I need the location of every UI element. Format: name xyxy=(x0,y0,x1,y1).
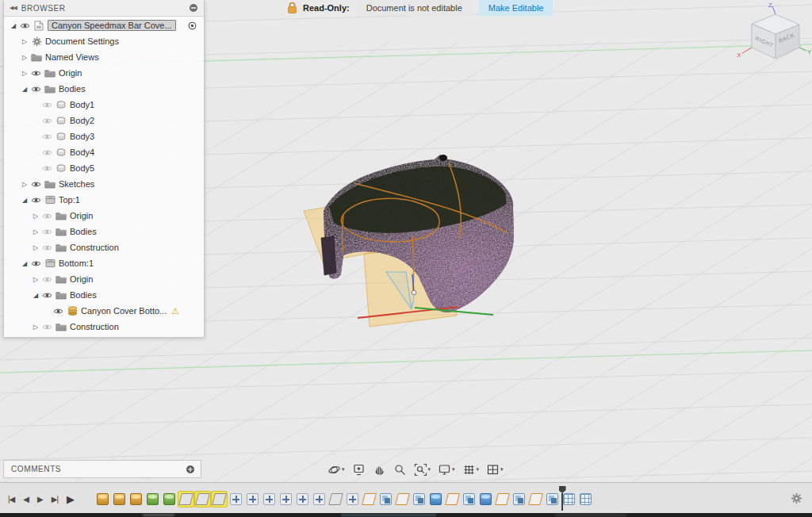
fit-button[interactable]: ▾ xyxy=(412,462,434,477)
disclosure-triangle-icon[interactable]: ◢ xyxy=(31,292,40,299)
browser-row-canyon-cover-botto[interactable]: Canyon Cover Botto...⚠ xyxy=(4,303,204,319)
timeline-playhead[interactable] xyxy=(558,486,566,513)
go-to-start-button[interactable]: |◀ xyxy=(8,495,14,504)
disclosure-triangle-icon[interactable]: ▷ xyxy=(20,181,29,188)
browser-item-label[interactable]: Body1 xyxy=(70,100,94,109)
visibility-eye-icon[interactable] xyxy=(40,165,54,172)
visibility-eye-icon[interactable] xyxy=(40,292,54,299)
grid-and-snaps-button[interactable]: ▾ xyxy=(460,462,482,477)
visibility-eye-icon[interactable] xyxy=(40,213,54,220)
visibility-eye-icon[interactable] xyxy=(29,181,43,188)
play-button[interactable]: ▶ xyxy=(67,493,74,505)
browser-row-body1[interactable]: Body1 xyxy=(4,97,204,113)
zoom-button[interactable] xyxy=(391,462,409,477)
timeline-feature-combine[interactable] xyxy=(412,492,427,507)
visibility-eye-icon[interactable] xyxy=(29,197,43,204)
hide-panel-icon[interactable] xyxy=(189,3,198,13)
browser-row-origin[interactable]: ▷Origin xyxy=(4,65,204,81)
disclosure-triangle-icon[interactable]: ▷ xyxy=(31,244,40,251)
browser-row-body4[interactable]: Body4 xyxy=(4,144,204,160)
browser-item-label[interactable]: Bodies xyxy=(70,290,97,300)
browser-row-bodies[interactable]: ▷Bodies xyxy=(4,224,204,239)
browser-item-label[interactable]: Body2 xyxy=(70,116,94,125)
step-back-button[interactable]: ◀ xyxy=(23,495,29,504)
browser-row-bottom-1[interactable]: ◢Bottom:1 xyxy=(4,255,204,271)
orbit-button[interactable]: ▾ xyxy=(325,462,347,477)
visibility-eye-icon[interactable] xyxy=(29,70,43,77)
browser-item-label[interactable]: Construction xyxy=(70,243,119,252)
go-to-end-button[interactable]: ▶| xyxy=(52,495,58,504)
visibility-eye-icon[interactable] xyxy=(40,244,54,251)
browser-item-label[interactable]: Origin xyxy=(70,274,93,284)
browser-row-bodies[interactable]: ◢Bodies xyxy=(4,287,204,303)
timeline-feature-construction-plane[interactable] xyxy=(212,492,227,507)
timeline-feature-construction-plane[interactable] xyxy=(195,492,210,507)
browser-row-body3[interactable]: Body3 xyxy=(4,128,204,144)
visibility-eye-icon[interactable] xyxy=(40,101,54,109)
timeline-feature-base-feature[interactable] xyxy=(145,492,160,507)
visibility-eye-icon[interactable] xyxy=(52,308,65,315)
disclosure-triangle-icon[interactable]: ◢ xyxy=(20,260,29,267)
browser-item-label[interactable]: Origin xyxy=(70,211,93,220)
browser-item-label[interactable]: Body3 xyxy=(70,132,94,141)
visibility-eye-icon[interactable] xyxy=(18,22,32,29)
visibility-eye-icon[interactable] xyxy=(40,133,54,140)
timeline-feature-move-body[interactable] xyxy=(228,492,243,507)
add-comment-icon[interactable] xyxy=(186,465,195,474)
visibility-eye-icon[interactable] xyxy=(40,276,54,283)
browser-row-body2[interactable]: Body2 xyxy=(4,113,204,128)
browser-row-body5[interactable]: Body5 xyxy=(4,160,204,176)
browser-item-label[interactable]: Bodies xyxy=(70,227,97,236)
disclosure-triangle-icon[interactable]: ▷ xyxy=(20,38,29,45)
disclosure-triangle-icon[interactable]: ▷ xyxy=(31,213,40,220)
browser-item-label[interactable]: Document Settings xyxy=(45,36,119,46)
browser-row-bodies[interactable]: ◢Bodies xyxy=(4,81,204,97)
timeline-feature-sketch[interactable] xyxy=(445,492,460,507)
timeline-feature-construction-plane[interactable] xyxy=(328,492,343,507)
browser-item-label[interactable]: Origin xyxy=(59,68,82,78)
browser-row-origin[interactable]: ▷Origin xyxy=(4,271,204,287)
disclosure-triangle-icon[interactable]: ◢ xyxy=(9,22,18,29)
browser-row-canyon-speedmax-bar-cove[interactable]: ◢Canyon Speedmax Bar Cove... xyxy=(4,17,204,33)
browser-item-label[interactable]: Body5 xyxy=(70,163,94,173)
disclosure-triangle-icon[interactable]: ▷ xyxy=(20,54,29,61)
browser-item-label[interactable]: Body4 xyxy=(70,147,94,157)
visibility-eye-icon[interactable] xyxy=(40,324,54,331)
timeline-settings-gear-icon[interactable] xyxy=(791,492,802,504)
browser-row-document-settings[interactable]: ▷Document Settings xyxy=(4,33,204,49)
timeline-feature-sketch[interactable] xyxy=(362,492,377,507)
step-forward-button[interactable]: ▶ xyxy=(37,495,43,504)
browser-row-sketches[interactable]: ▷Sketches xyxy=(4,176,204,192)
browser-row-named-views[interactable]: ▷Named Views xyxy=(4,49,204,65)
timeline-feature-combine[interactable] xyxy=(511,492,527,507)
disclosure-triangle-icon[interactable]: ▷ xyxy=(31,324,40,331)
timeline-feature-insert-mesh[interactable] xyxy=(128,492,144,507)
visibility-eye-icon[interactable] xyxy=(40,117,54,124)
visibility-eye-icon[interactable] xyxy=(29,86,43,93)
browser-row-origin[interactable]: ▷Origin xyxy=(4,208,204,224)
comments-panel[interactable]: COMMENTS xyxy=(3,460,201,478)
disclosure-triangle-icon[interactable]: ▷ xyxy=(31,228,40,236)
browser-row-construction[interactable]: ▷Construction xyxy=(4,239,204,255)
browser-row-top-1[interactable]: ◢Top:1 xyxy=(4,192,204,208)
timeline-feature-insert-mesh[interactable] xyxy=(112,492,127,507)
disclosure-triangle-icon[interactable]: ▷ xyxy=(20,70,29,77)
browser-item-label[interactable]: Canyon Speedmax Bar Cove... xyxy=(48,20,176,31)
timeline-feature-move-body[interactable] xyxy=(262,492,277,507)
timeline-feature-combine[interactable] xyxy=(462,492,477,507)
visibility-eye-icon[interactable] xyxy=(40,149,54,156)
display-settings-button[interactable]: ▾ xyxy=(435,462,458,477)
disclosure-triangle-icon[interactable]: ▷ xyxy=(31,276,40,283)
disclosure-triangle-icon[interactable]: ◢ xyxy=(20,197,29,204)
browser-row-construction[interactable]: ▷Construction xyxy=(4,319,204,335)
disclosure-triangle-icon[interactable]: ◢ xyxy=(20,86,29,93)
timeline-feature-sketch[interactable] xyxy=(395,492,410,507)
timeline-feature-move-body[interactable] xyxy=(295,492,310,507)
make-editable-button[interactable]: Make Editable xyxy=(479,0,553,16)
collapse-panel-icon[interactable]: ◀◀ xyxy=(10,5,17,11)
timeline-feature-base-feature[interactable] xyxy=(162,492,177,507)
activate-component-radio[interactable] xyxy=(188,21,197,30)
timeline-feature-pattern[interactable] xyxy=(578,492,593,507)
timeline-feature-move-body[interactable] xyxy=(278,492,293,507)
browser-item-label[interactable]: Bottom:1 xyxy=(59,258,94,268)
